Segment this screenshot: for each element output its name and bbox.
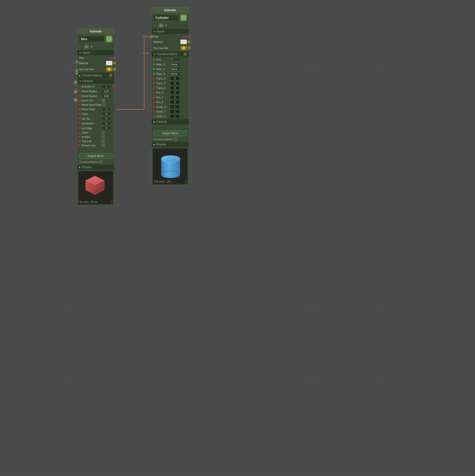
left-lipedge-value[interactable]: 0 xyxy=(102,126,111,130)
left-bevelhard-check[interactable] xyxy=(102,103,106,106)
left-bevelsegs-value[interactable]: 1 xyxy=(102,107,111,111)
right-node-subheader: ✓ ℹ ▼ xyxy=(152,23,189,28)
right-controls-section[interactable]: ▶ Controls xyxy=(152,119,189,124)
right-preview-resize[interactable]: // xyxy=(185,180,187,183)
left-output-mesh[interactable]: Output Mesh xyxy=(79,153,113,159)
right-material-color[interactable] xyxy=(180,39,187,44)
left-sides-check[interactable] xyxy=(102,131,105,134)
right-alignx-conn xyxy=(153,63,155,66)
left-bevel1-value[interactable]: 0.03 xyxy=(102,89,111,93)
left-plan-value[interactable] xyxy=(109,57,113,59)
left-liptop-label: Lip Top xyxy=(82,117,101,120)
left-trans-value: Y xyxy=(109,74,113,77)
right-node-title: Extrude xyxy=(152,7,189,13)
left-bevelhard-label: Bevel Hard Edge xyxy=(82,103,101,106)
right-rotz-conn xyxy=(153,101,155,103)
left-plan-row: Plan xyxy=(77,56,114,60)
right-axis-arrow: ⬡ xyxy=(180,58,182,61)
right-node-menu[interactable]: ▼ xyxy=(165,24,167,27)
left-trans-section[interactable]: ▶ Transformations Y xyxy=(77,73,114,78)
right-aligny-row: Align_Y None ⬡ xyxy=(152,67,189,71)
left-bottomcap-check[interactable] xyxy=(102,144,105,147)
right-axis-dropdown[interactable]: Y ⬡ xyxy=(170,58,183,61)
left-preview: 56 verts, 44 tria // xyxy=(78,171,113,204)
right-rotx-value[interactable]: 0 xyxy=(170,91,180,95)
left-combine-check[interactable] xyxy=(100,160,103,164)
right-alignx-dropdown[interactable]: None ⬡ xyxy=(170,62,183,66)
left-node-left-tab1[interactable]: < xyxy=(74,81,78,84)
left-bevelsegs-label: Bevel Segs xyxy=(82,108,101,111)
right-axis-label: Axis xyxy=(156,58,169,61)
right-scalex-row: Scale_X 1 xyxy=(152,104,189,109)
right-transz-row: Trans_Z 0 xyxy=(152,85,189,90)
left-node-check[interactable]: ✓ xyxy=(79,45,83,49)
right-alignz-label: Align_Z xyxy=(156,72,169,75)
right-scaley-row: Scale_Y 1 xyxy=(152,109,189,114)
left-topcap-right-connector xyxy=(113,68,116,71)
right-alignx-label: Align_X xyxy=(156,63,169,66)
left-extrude-value[interactable]: 1 xyxy=(102,85,111,88)
left-controls-section[interactable]: ▼ Controls xyxy=(77,78,114,84)
right-trans-section[interactable]: ▼ Transformations Y xyxy=(152,51,189,57)
right-transx-row: Trans_X 0 xyxy=(152,76,189,81)
left-preview-resize[interactable]: // xyxy=(111,200,113,204)
left-physics-arrow: ▶ xyxy=(79,166,81,169)
right-transz-value[interactable]: 0 xyxy=(170,86,180,90)
left-physics-section[interactable]: ▶ Physics xyxy=(77,165,114,170)
left-liptop-value[interactable]: 0 xyxy=(102,117,111,120)
right-transy-value[interactable]: 0 xyxy=(170,81,180,85)
svg-point-2 xyxy=(108,68,110,70)
left-lipbottom-value[interactable]: 0 xyxy=(102,121,111,125)
right-axis-value: Y xyxy=(171,58,173,61)
right-transx-value[interactable]: 0 xyxy=(170,77,180,80)
left-extrude-left-conn xyxy=(78,85,81,88)
right-node-name[interactable]: Cylinder xyxy=(153,15,179,21)
left-insides-conn xyxy=(78,136,81,138)
right-physics-arrow: ▶ xyxy=(153,143,155,146)
left-bevelout-check[interactable] xyxy=(102,99,105,102)
right-combine-check[interactable] xyxy=(174,137,177,141)
left-bevelout-row: Bevel Out xyxy=(77,98,114,102)
right-aligny-dropdown[interactable]: None ⬡ xyxy=(170,67,183,71)
right-node-check[interactable]: ✓ xyxy=(153,24,157,27)
right-transy-label: Trans_Y xyxy=(156,82,169,85)
right-rotz-label: Rot_Z xyxy=(156,101,169,103)
left-inputs-section[interactable]: ▼ Inputs xyxy=(77,50,114,55)
left-sides-conn xyxy=(78,131,81,134)
right-topcap-color[interactable] xyxy=(180,46,187,50)
left-insides-check[interactable] xyxy=(102,135,105,138)
right-physics-label: Physics xyxy=(156,143,166,146)
right-combine-label: Combine Meshe: xyxy=(153,138,173,141)
right-combine-row: Combine Meshe: xyxy=(152,137,189,141)
left-node-name[interactable]: Box xyxy=(79,36,104,42)
right-output-mesh[interactable]: Output Mesh xyxy=(153,131,187,136)
right-resize-handle: // xyxy=(152,125,189,130)
left-material-color[interactable] xyxy=(106,61,113,66)
right-scaley-value[interactable]: 1 xyxy=(170,110,180,113)
right-axis-row: Axis Y ⬡ xyxy=(152,57,189,62)
right-plan-value[interactable] xyxy=(183,36,187,37)
right-inputs-section[interactable]: ▼ Inputs xyxy=(152,29,189,34)
left-insides-label: Insides xyxy=(82,136,101,138)
right-topcap-label: Top Cap Mat xyxy=(153,47,179,49)
left-node-info[interactable]: ℹ xyxy=(84,45,89,49)
right-node-info[interactable]: ℹ xyxy=(159,24,163,27)
left-topcap2-check[interactable] xyxy=(102,139,105,143)
right-alignz-dropdown[interactable]: None ⬡ xyxy=(170,72,183,76)
right-scalex-value[interactable]: 1 xyxy=(170,105,180,109)
right-scaley-conn xyxy=(153,110,155,113)
right-rotz-value[interactable]: 0 xyxy=(170,100,180,104)
right-physics-section[interactable]: ▶ Physics xyxy=(152,142,189,147)
left-inputs-label: Inputs xyxy=(82,51,90,54)
right-scalez-value[interactable]: 1 xyxy=(170,114,180,118)
left-taper-value[interactable]: 0 xyxy=(102,112,111,116)
left-lipbottom-label: Lip Bottom xyxy=(82,122,101,125)
left-bevel2-value[interactable]: 0.03 xyxy=(102,94,111,98)
right-preview-svg xyxy=(153,148,187,182)
left-node-menu[interactable]: ▼ xyxy=(90,45,93,48)
left-topcap-color[interactable] xyxy=(106,67,113,72)
right-material-label: Material xyxy=(153,40,179,43)
right-roty-value[interactable]: 0 xyxy=(170,96,180,99)
left-trans-label: Transformations xyxy=(82,74,102,77)
right-aligny-arrow: ⬡ xyxy=(180,68,182,70)
